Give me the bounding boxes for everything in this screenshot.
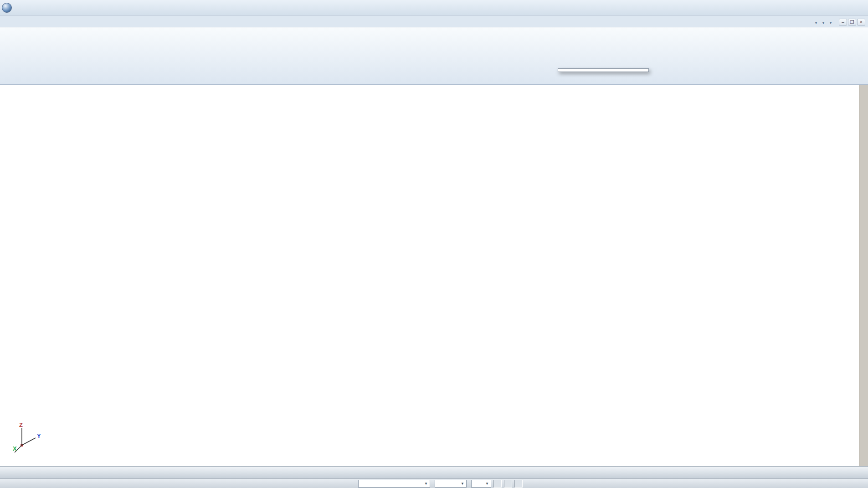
axis-y-label: Y	[37, 432, 41, 439]
app-logo[interactable]	[2, 3, 12, 13]
close-button[interactable]	[850, 2, 866, 13]
mdi-window-controls: – ❐ ×	[839, 19, 865, 26]
coordinate-axes-icon: Z Y X	[12, 422, 46, 456]
window-menu[interactable]: ▾	[822, 19, 824, 26]
mdi-minimize-button[interactable]: –	[839, 19, 847, 26]
right-dock-strip	[859, 85, 868, 466]
model-canvas[interactable]	[0, 85, 859, 466]
titlebar	[0, 0, 868, 15]
help-menu[interactable]: ▾	[829, 19, 832, 26]
statusbar: ▼ ▼ ▼	[0, 478, 868, 488]
mdi-close-button[interactable]: ×	[857, 19, 865, 26]
minimize-button[interactable]	[816, 2, 832, 13]
nodes-counter	[493, 480, 502, 488]
maximize-button[interactable]	[833, 2, 849, 13]
ribbon-groups	[0, 27, 868, 85]
axis-x-label: X	[13, 445, 17, 452]
quick-access-toolbar	[2, 3, 12, 13]
style-menu[interactable]: ▾	[814, 19, 817, 26]
spin-up-icon[interactable]	[348, 480, 356, 488]
loads-counter	[514, 480, 523, 488]
app-window: ▾ ▾ ▾ – ❐ × Z	[0, 0, 868, 488]
work-area: Z Y X	[0, 85, 868, 466]
averaging-select[interactable]: ▼	[435, 480, 467, 488]
mosaic-dropdown-menu	[558, 68, 649, 72]
load-case-select[interactable]: ▼	[358, 480, 430, 488]
scale-input[interactable]: ▼	[471, 480, 491, 488]
mdi-restore-button[interactable]: ❐	[848, 19, 856, 26]
axis-z-label: Z	[19, 422, 23, 428]
window-controls	[816, 2, 866, 13]
ribbon-tab-row: ▾ ▾ ▾ – ❐ ×	[0, 15, 868, 27]
tabrow-right-menu: ▾ ▾ ▾ – ❐ ×	[814, 19, 867, 27]
elements-counter	[504, 480, 512, 488]
model-viewport[interactable]: Z Y X	[0, 85, 859, 466]
bottom-toolbar	[0, 466, 868, 478]
